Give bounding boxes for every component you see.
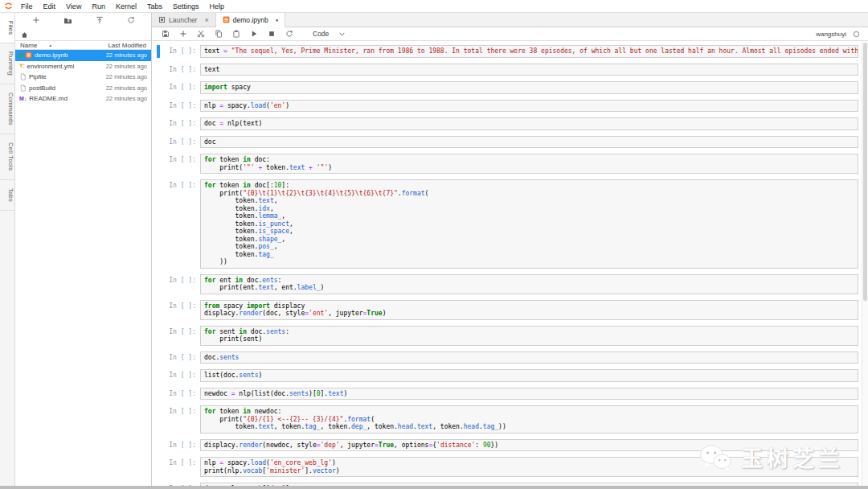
save-button[interactable]	[157, 30, 174, 38]
cell-collapser[interactable]	[157, 154, 160, 174]
cell-editor[interactable]: for sent in doc.sents: print(sent)	[200, 326, 858, 346]
home-icon[interactable]	[21, 31, 28, 39]
code-line: displacy.render(doc, style='ent', jupyte…	[204, 310, 854, 318]
file-modified: 22 minutes ago	[106, 63, 147, 70]
cell-collapser[interactable]	[157, 457, 160, 477]
file-row-Pipfile[interactable]: Pipfile22 minutes ago	[15, 72, 151, 83]
cell-collapser[interactable]	[157, 274, 160, 294]
cell-collapser[interactable]	[157, 81, 160, 94]
cell-editor[interactable]: newdoc = nlp(list(doc.sents)[0].text)	[200, 388, 858, 401]
cell-editor[interactable]: displacy.render(newdoc, style='dep', jup…	[200, 439, 858, 452]
file-row-demo.ipynb[interactable]: demo.ipynb22 minutes ago	[15, 50, 151, 61]
sidebar-tab-running[interactable]: Running	[0, 43, 14, 84]
file-row-environment.yml[interactable]: Y:environment.yml22 minutes ago	[15, 61, 151, 72]
cell-collapser[interactable]	[157, 300, 160, 320]
insert-button[interactable]	[174, 30, 192, 38]
cell-editor[interactable]: nlp = spacy.load('en')	[200, 100, 858, 113]
cell-editor[interactable]: doc.sents	[200, 351, 858, 364]
menu-settings[interactable]: Settings	[173, 2, 199, 10]
upload-button[interactable]	[96, 16, 104, 26]
code-cell: In [ ]:for token in newdoc: print("{0}/{…	[157, 405, 858, 434]
cell-collapser[interactable]	[157, 483, 160, 486]
menu-edit[interactable]: Edit	[43, 2, 56, 10]
sidebar-tab-files[interactable]: Files	[0, 13, 14, 43]
cell-collapser[interactable]	[157, 117, 160, 130]
paste-button[interactable]	[227, 30, 245, 38]
cell-editor[interactable]: for token in doc: print('"' + token.text…	[200, 154, 858, 174]
copy-button[interactable]	[210, 30, 227, 38]
breadcrumb	[15, 29, 151, 40]
cell-collapser[interactable]	[157, 179, 160, 269]
cell-editor[interactable]: for ent in doc.ents: print(ent.text, ent…	[200, 274, 858, 294]
menu-help[interactable]: Help	[209, 2, 224, 10]
cut-button[interactable]	[192, 30, 210, 38]
cell-editor[interactable]: from spacy import displacydisplacy.rende…	[200, 300, 858, 320]
cell-editor[interactable]: doc = nlp(text)	[200, 117, 858, 130]
code-cell: In [ ]:for ent in doc.ents: print(ent.te…	[157, 274, 858, 294]
cell-collapser[interactable]	[157, 100, 160, 113]
menu-kernel[interactable]: Kernel	[116, 2, 137, 10]
copy-icon	[215, 30, 223, 38]
new-launcher-button[interactable]	[32, 16, 40, 26]
cell-editor[interactable]: text	[200, 64, 858, 76]
file-name: environment.yml	[27, 63, 105, 70]
code-line: for token in doc:	[204, 156, 854, 164]
sidebar-tab-tabs[interactable]: Tabs	[0, 180, 14, 211]
run-button[interactable]	[245, 30, 263, 38]
cell-collapser[interactable]	[157, 351, 160, 364]
cell-collapser[interactable]	[157, 64, 160, 76]
cell-editor[interactable]: dog = nlp.vocab["dog"]	[200, 483, 858, 486]
restart-button[interactable]	[280, 30, 298, 38]
tab-launcher[interactable]: Launcher×	[152, 13, 216, 27]
tab-demo-ipynb[interactable]: demo.ipynb●	[216, 13, 286, 27]
menu-run[interactable]: Run	[92, 2, 105, 10]
sort-ascending-icon[interactable]: ▲	[48, 43, 52, 47]
modified-column-header[interactable]: Last Modified	[108, 42, 146, 49]
code-cell: In [ ]:text = "The sequel, Yes, Prime Mi…	[157, 45, 858, 58]
cell-editor[interactable]: import spacy	[200, 81, 858, 94]
code-cell: In [ ]:for sent in doc.sents: print(sent…	[157, 326, 858, 346]
input-prompt: In [ ]:	[162, 64, 200, 76]
file-name: postBuild	[29, 84, 106, 92]
notebook-icon	[223, 16, 230, 23]
file-row-README.md[interactable]: M↓README.md22 minutes ago	[15, 93, 151, 105]
menu-tabs[interactable]: Tabs	[147, 2, 162, 10]
notebook-scrollbar[interactable]	[862, 41, 868, 486]
dock-tab-bar: Launcher×demo.ipynb●	[152, 13, 868, 27]
cell-editor[interactable]: doc	[200, 136, 858, 149]
cell-collapser[interactable]	[157, 388, 160, 401]
cell-editor[interactable]: list(doc.sents)	[200, 369, 858, 382]
cell-collapser[interactable]	[157, 45, 160, 58]
name-column-header[interactable]: Name	[20, 42, 37, 49]
cell-collapser[interactable]	[157, 369, 160, 382]
stop-button[interactable]	[263, 30, 280, 38]
code-line: token.text, token.tag_, token.dep_, toke…	[204, 423, 854, 431]
new-folder-icon	[63, 16, 72, 25]
refresh-button[interactable]	[127, 16, 135, 26]
cell-editor[interactable]: nlp = spacy.load('en_core_web_lg')print(…	[200, 457, 858, 477]
cell-editor[interactable]: for token in doc[:10]: print("{0}\t{1}\t…	[200, 179, 858, 269]
sidebar-tab-commands[interactable]: Commands	[0, 84, 14, 134]
cell-editor[interactable]: text = "The sequel, Yes, Prime Minister,…	[200, 45, 858, 58]
cell-collapser[interactable]	[157, 136, 160, 149]
sidebar-tab-cell-tools[interactable]: Cell Tools	[0, 134, 14, 179]
kernel-status-icon	[853, 31, 860, 38]
menu-file[interactable]: File	[21, 2, 33, 10]
code-line: displacy.render(newdoc, style='dep', jup…	[204, 442, 854, 450]
cell-collapser[interactable]	[157, 439, 160, 452]
new-folder-button[interactable]	[63, 16, 72, 27]
close-icon[interactable]: ×	[204, 16, 208, 24]
scrollbar-thumb[interactable]	[863, 43, 867, 301]
cell-collapser[interactable]	[157, 405, 160, 434]
cell-type-dropdown[interactable]: Code	[313, 30, 346, 38]
menu-view[interactable]: View	[66, 2, 81, 10]
code-cell: In [ ]:text	[157, 64, 858, 76]
cell-editor[interactable]: for token in newdoc: print("{0}/{1} <--{…	[200, 405, 858, 434]
file-row-postBuild[interactable]: postBuild22 minutes ago	[15, 83, 151, 94]
code-cell: In [ ]:nlp = spacy.load('en')	[157, 100, 858, 113]
cell-collapser[interactable]	[157, 326, 160, 346]
code-line: token.text,	[204, 197, 854, 205]
file-browser: Name ▲ Last Modified demo.ipynb22 minute…	[15, 13, 152, 486]
code-cell: In [ ]:dog = nlp.vocab["dog"]	[157, 483, 858, 486]
code-cell: In [ ]:for token in doc: print('"' + tok…	[157, 154, 858, 174]
